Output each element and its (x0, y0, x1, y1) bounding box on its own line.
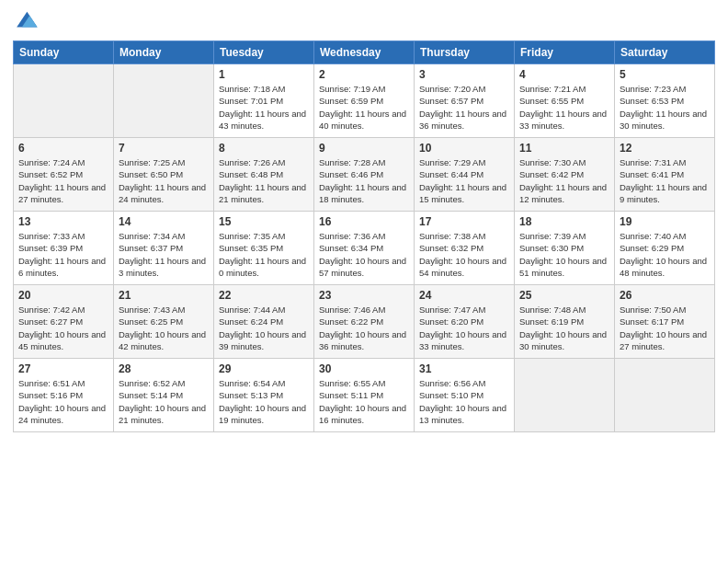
calendar-cell: 13Sunrise: 7:33 AM Sunset: 6:39 PM Dayli… (14, 212, 114, 285)
calendar-cell: 28Sunrise: 6:52 AM Sunset: 5:14 PM Dayli… (114, 359, 214, 432)
calendar-cell: 8Sunrise: 7:26 AM Sunset: 6:48 PM Daylig… (214, 138, 314, 212)
calendar-cell: 20Sunrise: 7:42 AM Sunset: 6:27 PM Dayli… (14, 285, 114, 359)
weekday-header-thursday: Thursday (415, 41, 515, 64)
calendar-cell: 19Sunrise: 7:40 AM Sunset: 6:29 PM Dayli… (615, 212, 715, 285)
calendar-week-3: 13Sunrise: 7:33 AM Sunset: 6:39 PM Dayli… (14, 212, 715, 285)
calendar-cell: 24Sunrise: 7:47 AM Sunset: 6:20 PM Dayli… (415, 285, 515, 359)
day-number: 13 (18, 215, 108, 228)
day-number: 30 (319, 362, 409, 375)
day-number: 4 (519, 68, 609, 81)
weekday-header-sunday: Sunday (14, 41, 114, 64)
header (13, 9, 715, 35)
calendar-week-4: 20Sunrise: 7:42 AM Sunset: 6:27 PM Dayli… (14, 285, 715, 359)
calendar-cell: 11Sunrise: 7:30 AM Sunset: 6:42 PM Dayli… (515, 138, 615, 212)
day-number: 24 (419, 289, 509, 302)
day-info: Sunrise: 7:46 AM Sunset: 6:22 PM Dayligh… (319, 304, 409, 352)
day-number: 9 (319, 142, 409, 155)
day-number: 31 (419, 362, 509, 375)
day-info: Sunrise: 7:35 AM Sunset: 6:35 PM Dayligh… (219, 230, 309, 279)
weekday-header-tuesday: Tuesday (214, 41, 314, 64)
calendar-cell: 10Sunrise: 7:29 AM Sunset: 6:44 PM Dayli… (415, 138, 515, 212)
day-info: Sunrise: 7:42 AM Sunset: 6:27 PM Dayligh… (18, 304, 108, 352)
calendar-cell: 1Sunrise: 7:18 AM Sunset: 7:01 PM Daylig… (214, 64, 314, 138)
day-info: Sunrise: 7:19 AM Sunset: 6:59 PM Dayligh… (319, 83, 409, 132)
calendar-cell: 18Sunrise: 7:39 AM Sunset: 6:30 PM Dayli… (515, 212, 615, 285)
day-info: Sunrise: 7:26 AM Sunset: 6:48 PM Dayligh… (219, 156, 309, 205)
day-number: 10 (419, 142, 509, 155)
day-number: 17 (419, 215, 509, 228)
day-number: 26 (620, 289, 710, 302)
day-number: 3 (419, 68, 509, 81)
day-number: 28 (119, 362, 209, 375)
day-number: 25 (519, 289, 609, 302)
calendar-cell: 4Sunrise: 7:21 AM Sunset: 6:55 PM Daylig… (515, 64, 615, 138)
day-info: Sunrise: 7:50 AM Sunset: 6:17 PM Dayligh… (620, 304, 710, 352)
calendar-cell (515, 359, 615, 432)
day-number: 16 (319, 215, 409, 228)
day-number: 1 (219, 68, 309, 81)
weekday-header-saturday: Saturday (615, 41, 715, 64)
weekday-header-row: SundayMondayTuesdayWednesdayThursdayFrid… (14, 41, 715, 64)
day-info: Sunrise: 7:30 AM Sunset: 6:42 PM Dayligh… (519, 156, 609, 205)
day-number: 22 (219, 289, 309, 302)
calendar-cell: 26Sunrise: 7:50 AM Sunset: 6:17 PM Dayli… (615, 285, 715, 359)
weekday-header-wednesday: Wednesday (314, 41, 415, 64)
day-info: Sunrise: 7:31 AM Sunset: 6:41 PM Dayligh… (620, 156, 710, 205)
day-number: 23 (319, 289, 409, 302)
day-info: Sunrise: 7:23 AM Sunset: 6:53 PM Dayligh… (620, 83, 710, 132)
calendar-cell: 12Sunrise: 7:31 AM Sunset: 6:41 PM Dayli… (615, 138, 715, 212)
day-number: 11 (519, 142, 609, 155)
calendar-cell: 9Sunrise: 7:28 AM Sunset: 6:46 PM Daylig… (314, 138, 415, 212)
day-info: Sunrise: 7:43 AM Sunset: 6:25 PM Dayligh… (119, 304, 209, 352)
day-info: Sunrise: 7:36 AM Sunset: 6:34 PM Dayligh… (319, 230, 409, 279)
day-info: Sunrise: 7:21 AM Sunset: 6:55 PM Dayligh… (519, 83, 609, 132)
calendar-cell: 15Sunrise: 7:35 AM Sunset: 6:35 PM Dayli… (214, 212, 314, 285)
calendar-cell (114, 64, 214, 138)
calendar-cell: 21Sunrise: 7:43 AM Sunset: 6:25 PM Dayli… (114, 285, 214, 359)
day-info: Sunrise: 7:20 AM Sunset: 6:57 PM Dayligh… (419, 83, 509, 132)
day-number: 19 (620, 215, 710, 228)
day-info: Sunrise: 7:34 AM Sunset: 6:37 PM Dayligh… (119, 230, 209, 279)
calendar-cell: 7Sunrise: 7:25 AM Sunset: 6:50 PM Daylig… (114, 138, 214, 212)
calendar-cell: 16Sunrise: 7:36 AM Sunset: 6:34 PM Dayli… (314, 212, 415, 285)
calendar-cell: 17Sunrise: 7:38 AM Sunset: 6:32 PM Dayli… (415, 212, 515, 285)
day-info: Sunrise: 7:47 AM Sunset: 6:20 PM Dayligh… (419, 304, 509, 352)
day-number: 20 (18, 289, 108, 302)
calendar-table: SundayMondayTuesdayWednesdayThursdayFrid… (13, 40, 715, 432)
calendar-cell: 22Sunrise: 7:44 AM Sunset: 6:24 PM Dayli… (214, 285, 314, 359)
day-info: Sunrise: 6:52 AM Sunset: 5:14 PM Dayligh… (119, 377, 209, 426)
day-info: Sunrise: 7:33 AM Sunset: 6:39 PM Dayligh… (18, 230, 108, 279)
day-info: Sunrise: 6:56 AM Sunset: 5:10 PM Dayligh… (419, 377, 509, 426)
day-number: 7 (119, 142, 209, 155)
calendar-week-1: 1Sunrise: 7:18 AM Sunset: 7:01 PM Daylig… (14, 64, 715, 138)
calendar-week-2: 6Sunrise: 7:24 AM Sunset: 6:52 PM Daylig… (14, 138, 715, 212)
calendar-cell: 5Sunrise: 7:23 AM Sunset: 6:53 PM Daylig… (615, 64, 715, 138)
day-number: 6 (18, 142, 108, 155)
day-info: Sunrise: 7:48 AM Sunset: 6:19 PM Dayligh… (519, 304, 609, 352)
day-info: Sunrise: 7:38 AM Sunset: 6:32 PM Dayligh… (419, 230, 509, 279)
calendar-cell: 25Sunrise: 7:48 AM Sunset: 6:19 PM Dayli… (515, 285, 615, 359)
day-number: 21 (119, 289, 209, 302)
logo-icon (13, 9, 39, 35)
day-info: Sunrise: 7:25 AM Sunset: 6:50 PM Dayligh… (119, 156, 209, 205)
calendar-cell: 2Sunrise: 7:19 AM Sunset: 6:59 PM Daylig… (314, 64, 415, 138)
weekday-header-monday: Monday (114, 41, 214, 64)
day-info: Sunrise: 7:29 AM Sunset: 6:44 PM Dayligh… (419, 156, 509, 205)
calendar-cell (14, 64, 114, 138)
page: SundayMondayTuesdayWednesdayThursdayFrid… (0, 0, 728, 563)
calendar-cell (615, 359, 715, 432)
day-number: 8 (219, 142, 309, 155)
calendar-cell: 27Sunrise: 6:51 AM Sunset: 5:16 PM Dayli… (14, 359, 114, 432)
day-info: Sunrise: 7:28 AM Sunset: 6:46 PM Dayligh… (319, 156, 409, 205)
day-info: Sunrise: 7:18 AM Sunset: 7:01 PM Dayligh… (219, 83, 309, 132)
day-number: 2 (319, 68, 409, 81)
day-info: Sunrise: 6:55 AM Sunset: 5:11 PM Dayligh… (319, 377, 409, 426)
calendar-cell: 30Sunrise: 6:55 AM Sunset: 5:11 PM Dayli… (314, 359, 415, 432)
day-number: 18 (519, 215, 609, 228)
calendar-week-5: 27Sunrise: 6:51 AM Sunset: 5:16 PM Dayli… (14, 359, 715, 432)
day-info: Sunrise: 6:54 AM Sunset: 5:13 PM Dayligh… (219, 377, 309, 426)
calendar-cell: 14Sunrise: 7:34 AM Sunset: 6:37 PM Dayli… (114, 212, 214, 285)
day-info: Sunrise: 7:24 AM Sunset: 6:52 PM Dayligh… (18, 156, 108, 205)
day-number: 29 (219, 362, 309, 375)
day-info: Sunrise: 7:44 AM Sunset: 6:24 PM Dayligh… (219, 304, 309, 352)
